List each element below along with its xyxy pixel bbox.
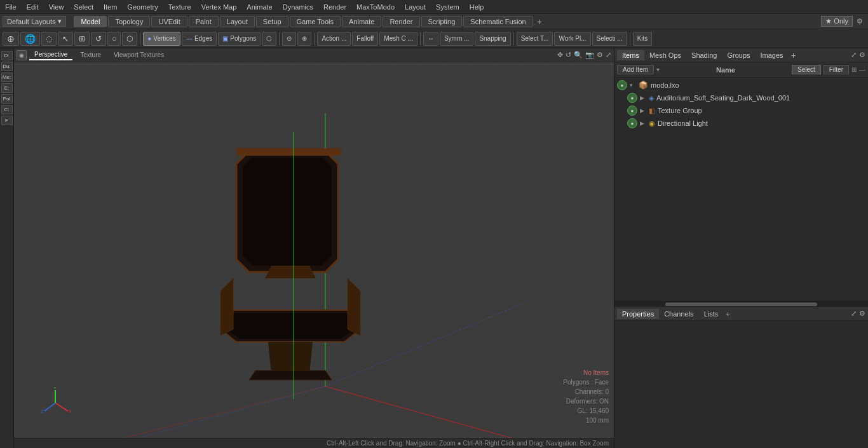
items-select-button[interactable]: Select [792, 65, 821, 74]
layout-dropdown[interactable]: Default Layouts ▾ [3, 16, 66, 27]
items-scrollbar[interactable] [614, 301, 868, 306]
prop-settings-icon[interactable]: ⚙ [859, 309, 865, 318]
items-collapse-icon[interactable]: — [859, 66, 865, 73]
expand-modo[interactable]: ▾ [630, 82, 636, 88]
expand-icon[interactable]: ⤢ [606, 51, 611, 59]
sidebar-btn-4[interactable]: E: [1, 83, 13, 93]
layout-tab-schematic[interactable]: Schematic Fusion [463, 16, 532, 27]
menu-vertex-map[interactable]: Vertex Map [196, 2, 242, 12]
add-item-dropdown-icon[interactable]: ▾ [656, 66, 660, 73]
polygons-button[interactable]: ▣ Polygons [218, 32, 261, 46]
tool-lasso-icon[interactable]: ◌ [41, 32, 57, 46]
list-item-auditorium[interactable]: ● ▶ ◈ Auditorium_Soft_Seating_Dark_Wood_… [614, 92, 868, 104]
menu-geometry[interactable]: Geometry [122, 2, 163, 12]
move-icon[interactable]: ✥ [557, 51, 563, 59]
layout-tab-layout[interactable]: Layout [220, 16, 255, 27]
expand-auditorium[interactable]: ▶ [640, 95, 646, 101]
layout-tab-animate[interactable]: Animate [342, 16, 381, 27]
layout-tab-scripting[interactable]: Scripting [421, 16, 463, 27]
rp-tab-mesh-ops[interactable]: Mesh Ops [644, 50, 686, 60]
camera-icon[interactable]: 📷 [585, 51, 594, 59]
menu-layout[interactable]: Layout [400, 2, 431, 12]
rotate-view-icon[interactable]: ↺ [566, 51, 571, 59]
gear-icon[interactable]: ⚙ [597, 51, 603, 59]
viewport-toggle-btn[interactable]: ◉ [17, 50, 27, 60]
tool-circle-icon[interactable]: ○ [107, 32, 121, 46]
menu-view[interactable]: View [44, 2, 69, 12]
rp-tab-shading[interactable]: Shading [686, 50, 722, 60]
layout-tab-render[interactable]: Render [383, 16, 419, 27]
3d-viewport[interactable]: X Y Z No Items Polygons : Face Channels:… [14, 62, 614, 438]
tool-rotate-icon[interactable]: ↺ [91, 32, 106, 46]
select-type-button[interactable]: Select T... [517, 32, 553, 46]
menu-edit[interactable]: Edit [22, 2, 44, 12]
action-button[interactable]: Action ... [317, 32, 351, 46]
hex-button[interactable]: ⬡ [262, 32, 276, 46]
visibility-toggle-texture[interactable]: ● [627, 105, 637, 116]
rp-tab-images[interactable]: Images [756, 50, 789, 60]
menu-file[interactable]: File [0, 2, 22, 12]
tool-shield-icon[interactable]: ⬡ [122, 32, 137, 46]
list-item-directional-light[interactable]: ● ▶ ◉ Directional Light [614, 117, 868, 130]
sidebar-btn-6[interactable]: C: [1, 105, 13, 114]
items-expand-icon[interactable]: ⊞ [851, 66, 857, 73]
edges-button[interactable]: — Edges [182, 32, 217, 46]
sym-view-btn[interactable]: ⊙ [282, 32, 296, 46]
add-item-button[interactable]: Add Item [617, 65, 654, 74]
visibility-toggle-light[interactable]: ● [627, 118, 637, 128]
selection-button[interactable]: Selecti ... [592, 32, 627, 46]
rp-tab-items[interactable]: Items [617, 50, 644, 60]
menu-system[interactable]: System [431, 2, 465, 12]
workplane-button[interactable]: Work Pl... [554, 32, 590, 46]
list-item-texture-group[interactable]: ● ▶ ◧ Texture Group [614, 104, 868, 117]
snapping-button[interactable]: Snapping [475, 32, 510, 46]
layout-tab-paint[interactable]: Paint [189, 16, 219, 27]
layout-tab-game-tools[interactable]: Game Tools [290, 16, 341, 27]
prop-tab-lists[interactable]: Lists [699, 309, 724, 319]
symm-button[interactable]: Symm ... [440, 32, 473, 46]
menu-dynamics[interactable]: Dynamics [278, 2, 318, 12]
kits-button[interactable]: Kits [633, 32, 653, 46]
zoom-icon[interactable]: 🔍 [574, 51, 583, 59]
viewport-tab-texture[interactable]: Texture [75, 50, 106, 60]
menu-select[interactable]: Select [69, 2, 98, 12]
add-view-btn[interactable]: ⊕ [297, 32, 311, 46]
sidebar-btn-5[interactable]: Pol [1, 94, 13, 104]
rp-expand-icon[interactable]: ⤢ [851, 51, 857, 59]
expand-texture[interactable]: ▶ [640, 107, 646, 114]
tool-arrow-icon[interactable]: ↖ [58, 32, 73, 46]
menu-animate[interactable]: Animate [241, 2, 277, 12]
visibility-toggle-auditorium[interactable]: ● [627, 93, 637, 103]
list-item-modo-lxo[interactable]: ● ▾ 📦 modo.lxo [614, 79, 868, 92]
mesh-button[interactable]: Mesh C ... [379, 32, 417, 46]
tool-scale-icon[interactable]: ⊞ [74, 32, 90, 46]
prop-add-tab-button[interactable]: + [723, 310, 732, 318]
visibility-toggle-modo[interactable]: ● [617, 80, 627, 90]
menu-help[interactable]: Help [465, 2, 489, 12]
menu-item[interactable]: Item [98, 2, 122, 12]
layout-tab-uvedit[interactable]: UVEdit [151, 16, 187, 27]
expand-light[interactable]: ▶ [640, 120, 646, 126]
layout-add-button[interactable]: + [534, 17, 545, 27]
layout-tab-topology[interactable]: Topology [108, 16, 150, 27]
rp-tab-groups[interactable]: Groups [722, 50, 755, 60]
layout-tab-model[interactable]: Model [74, 16, 107, 27]
tool-globe-icon[interactable]: 🌐 [20, 32, 40, 46]
viewport-tab-perspective[interactable]: Perspective [29, 50, 72, 60]
layout-tab-setup[interactable]: Setup [256, 16, 288, 27]
prop-expand-icon[interactable]: ⤢ [851, 309, 857, 318]
tool-mode-icon[interactable]: ⊕ [3, 32, 19, 46]
menu-texture[interactable]: Texture [163, 2, 196, 12]
rp-settings-icon[interactable]: ⚙ [859, 51, 865, 59]
prop-tab-properties[interactable]: Properties [617, 309, 659, 319]
falloff-button[interactable]: Falloff [352, 32, 378, 46]
layout-star-only[interactable]: ★ Only [821, 16, 853, 27]
sidebar-btn-1[interactable]: D: [1, 51, 13, 60]
layout-settings-icon[interactable]: ⚙ [854, 17, 865, 25]
sym-button[interactable]: ↔ [423, 32, 438, 46]
menu-maxtomodo[interactable]: MaxToModo [351, 2, 400, 12]
sidebar-btn-3[interactable]: Me: [1, 72, 13, 82]
sidebar-btn-2[interactable]: Du: [1, 62, 13, 71]
menu-render[interactable]: Render [318, 2, 351, 12]
vertices-button[interactable]: ● Vertices [143, 32, 180, 46]
